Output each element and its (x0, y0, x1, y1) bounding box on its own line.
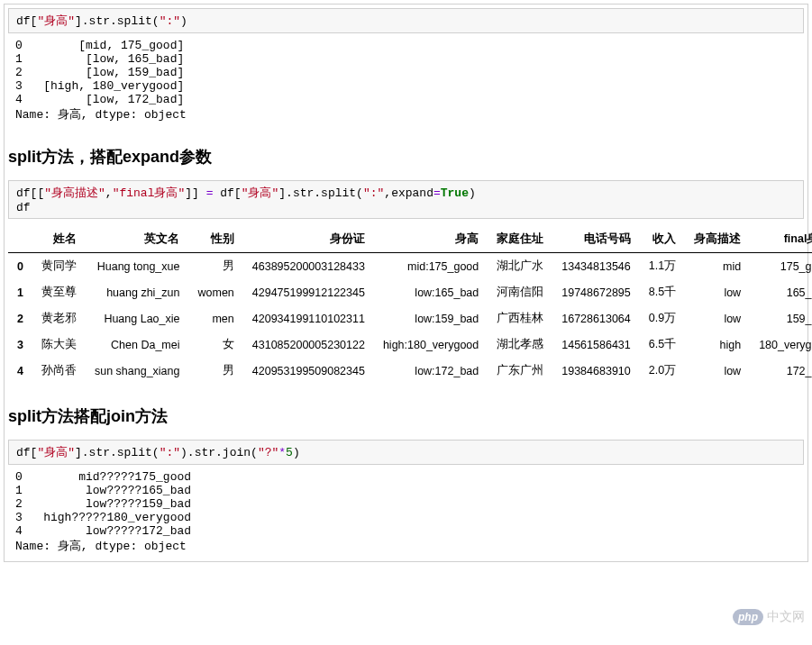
df-cell: high (685, 332, 750, 358)
df-cell: 湖北孝感 (488, 332, 552, 358)
output-cell-1: 0 [mid, 175_good] 1 [low, 165_bad] 2 [lo… (8, 33, 804, 124)
df-column-header: 身高 (374, 226, 488, 253)
table-row: 3陈大美Chen Da_mei女431085200005230122high:1… (8, 332, 812, 358)
df-cell: 429475199912122345 (243, 279, 374, 305)
df-row-index: 4 (8, 358, 32, 384)
df-row-index: 3 (8, 332, 32, 358)
df-cell: 陈大美 (32, 332, 86, 358)
df-cell: 6.5千 (640, 332, 685, 358)
df-cell: huang zhi_zun (86, 279, 189, 305)
df-column-header: 收入 (640, 226, 685, 253)
df-column-header: 身份证 (243, 226, 374, 253)
df-cell: low:159_bad (374, 305, 488, 332)
df-cell: 159_bad (750, 305, 812, 332)
df-cell: 14561586431 (552, 332, 639, 358)
df-cell: sun shang_xiang (86, 358, 189, 384)
df-column-header: 身高描述 (685, 226, 750, 253)
df-cell: Huang Lao_xie (86, 305, 189, 332)
df-cell: Chen Da_mei (86, 332, 189, 358)
notebook-container: df["身高"].str.split(":") 0 [mid, 175_good… (4, 4, 808, 562)
df-cell: 女 (188, 332, 242, 358)
df-cell: 1.1万 (640, 253, 685, 280)
df-cell: 黄同学 (32, 253, 86, 280)
df-cell: 广东广州 (488, 358, 552, 384)
df-cell: 19748672895 (552, 279, 639, 305)
dataframe-output: 姓名英文名性别身份证身高家庭住址电话号码收入身高描述final身高 0黄同学Hu… (8, 226, 812, 384)
df-row-index: 2 (8, 305, 32, 332)
df-cell: 0.9万 (640, 305, 685, 332)
df-cell: 19384683910 (552, 358, 639, 384)
table-row: 0黄同学Huang tong_xue男463895200003128433mid… (8, 253, 812, 280)
df-cell: 16728613064 (552, 305, 639, 332)
df-cell: low:172_bad (374, 358, 488, 384)
df-cell: mid (685, 253, 750, 280)
section-title-split-expand: split方法，搭配expand参数 (8, 146, 804, 168)
section-title-split-join: split方法搭配join方法 (8, 405, 804, 427)
df-cell: 2.0万 (640, 358, 685, 384)
df-cell: 8.5千 (640, 279, 685, 305)
df-cell: 黄老邪 (32, 305, 86, 332)
df-column-header: final身高 (750, 226, 812, 253)
df-cell: 孙尚香 (32, 358, 86, 384)
df-cell: low (685, 358, 750, 384)
df-cell: 男 (188, 253, 242, 280)
df-cell: 420934199110102311 (243, 305, 374, 332)
df-column-header: 性别 (188, 226, 242, 253)
df-corner (8, 226, 32, 253)
df-column-header: 电话号码 (552, 226, 639, 253)
df-cell: 180_verygood (750, 332, 812, 358)
df-cell: 男 (188, 358, 242, 384)
df-cell: 湖北广水 (488, 253, 552, 280)
df-cell: 463895200003128433 (243, 253, 374, 280)
df-cell: 13434813546 (552, 253, 639, 280)
output-cell-3: 0 mid?????175_good 1 low?????165_bad 2 l… (8, 465, 804, 556)
df-cell: 广西桂林 (488, 305, 552, 332)
df-row-index: 1 (8, 279, 32, 305)
df-cell: low (685, 305, 750, 332)
df-cell: 河南信阳 (488, 279, 552, 305)
code-cell-3[interactable]: df["身高"].str.split(":").str.join("?"*5) (8, 440, 804, 465)
df-column-header: 英文名 (86, 226, 189, 253)
df-column-header: 家庭住址 (488, 226, 552, 253)
df-cell: 175_good (750, 253, 812, 280)
table-row: 1黄至尊huang zhi_zunwomen429475199912122345… (8, 279, 812, 305)
df-cell: mid:175_good (374, 253, 488, 280)
df-cell: 431085200005230122 (243, 332, 374, 358)
df-cell: women (188, 279, 242, 305)
df-cell: Huang tong_xue (86, 253, 189, 280)
table-row: 4孙尚香sun shang_xiang男420953199509082345lo… (8, 358, 812, 384)
code-cell-2[interactable]: df[["身高描述","final身高"]] = df["身高"].str.sp… (8, 180, 804, 219)
df-column-header: 姓名 (32, 226, 86, 253)
df-cell: men (188, 305, 242, 332)
df-cell: low:165_bad (374, 279, 488, 305)
df-row-index: 0 (8, 253, 32, 280)
code-cell-1[interactable]: df["身高"].str.split(":") (8, 8, 804, 33)
df-cell: low (685, 279, 750, 305)
df-cell: 黄至尊 (32, 279, 86, 305)
df-cell: 165_bad (750, 279, 812, 305)
table-row: 2黄老邪Huang Lao_xiemen420934199110102311lo… (8, 305, 812, 332)
df-cell: high:180_verygood (374, 332, 488, 358)
df-cell: 420953199509082345 (243, 358, 374, 384)
df-cell: 172_bad (750, 358, 812, 384)
